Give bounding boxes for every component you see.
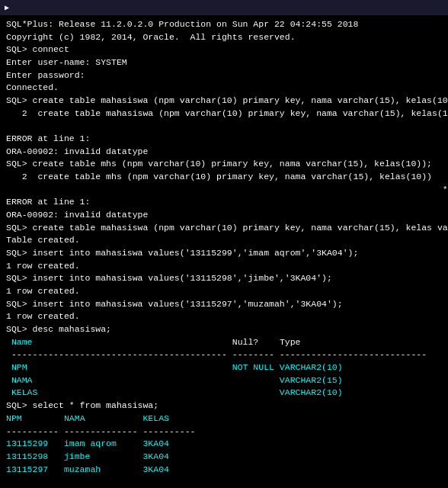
terminal-line: 2 create table mahasiswa (npm varchar(10… — [6, 108, 442, 120]
terminal-line: 13115297 muzamah 3KA04 — [6, 464, 442, 477]
terminal-line: NPM NAMA KELAS — [6, 413, 442, 425]
terminal-line: 1 row created. — [6, 310, 442, 323]
terminal-line: 2 create table mhs (npm varchar(10) prim… — [6, 171, 442, 184]
terminal-line: SQL> create table mahasiswa (npm varchar… — [6, 95, 442, 108]
terminal-line: SQL> desc mahasiswa; — [6, 323, 442, 336]
terminal-line: SQL> create table mahasiswa (npm varchar… — [6, 222, 442, 235]
terminal-line: SQL*Plus: Release 11.2.0.2.0 Production … — [6, 18, 442, 31]
terminal-line: 1 row created. — [6, 285, 442, 298]
terminal-line: ERROR at line 1: — [6, 196, 442, 209]
terminal-line: SQL> insert into mahasiswa values('13115… — [6, 272, 442, 285]
terminal-line: SQL> create table mhs (npm varchar(10) p… — [6, 158, 442, 171]
terminal-line: SQL> insert into mahasiswa values('13115… — [6, 298, 442, 311]
terminal-output: SQL*Plus: Release 11.2.0.2.0 Production … — [0, 15, 448, 479]
terminal-line: 13115299 imam aqrom 3KA04 — [6, 438, 442, 451]
terminal-line: 1 row created. — [6, 260, 442, 273]
terminal-line: SQL> connect — [6, 43, 442, 56]
terminal-line: ORA-00902: invalid datatype — [6, 209, 442, 222]
terminal-line: * — [6, 184, 442, 197]
terminal-line: Enter user-name: SYSTEM — [6, 56, 442, 69]
terminal-line: SQL> select * from mahasiswa; — [6, 400, 442, 413]
terminal-line: ---------- -------------- ---------- — [6, 425, 442, 438]
terminal-line: KELAS VARCHAR2(10) — [6, 387, 442, 400]
terminal-line: 13115298 jimbe 3KA04 — [6, 451, 442, 464]
terminal-line: Table created. — [6, 234, 442, 247]
terminal-line: ERROR at line 1: — [6, 133, 442, 146]
title-bar-icon: ▶ — [5, 3, 9, 12]
terminal-line: NPM NOT NULL VARCHAR2(10) — [6, 361, 442, 374]
terminal-line: Connected. — [6, 82, 442, 95]
terminal-line: * — [6, 120, 442, 133]
terminal-line: NAMA VARCHAR2(15) — [6, 374, 442, 387]
terminal-line: ----------------------------------------… — [6, 348, 442, 361]
terminal-line: ORA-00902: invalid datatype — [6, 146, 442, 159]
terminal-line: Name Null? Type — [6, 336, 442, 349]
title-bar: ▶ — [0, 0, 448, 15]
terminal-line: SQL> insert into mahasiswa values('13115… — [6, 247, 442, 260]
terminal-line: Enter password: — [6, 69, 442, 82]
terminal-line: Copyright (c) 1982, 2014, Oracle. All ri… — [6, 31, 442, 44]
